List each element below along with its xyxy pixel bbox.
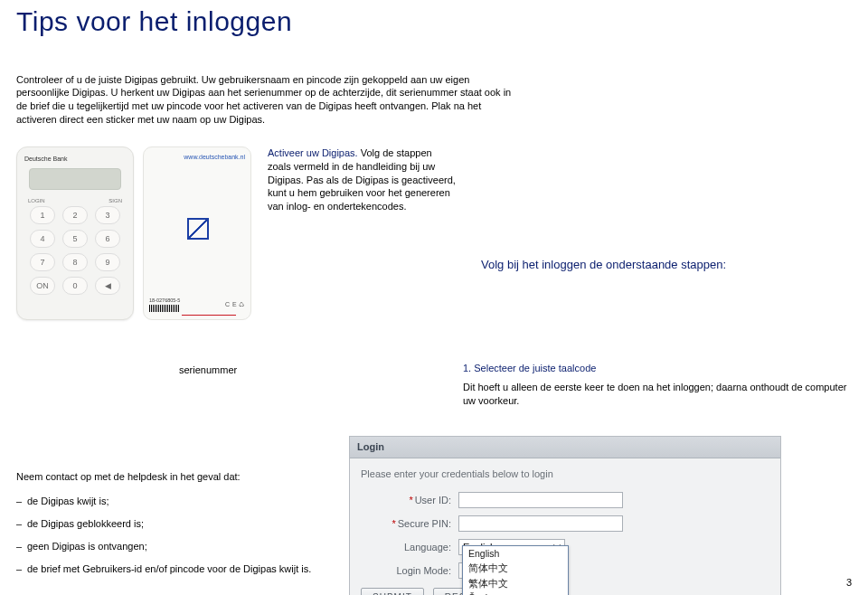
callout-line [182, 315, 236, 316]
intro-paragraph: Controleer of u de juiste Digipas gebrui… [16, 73, 523, 127]
digipas-brand: Deutsche Bank [24, 155, 126, 163]
language-option[interactable]: English [463, 546, 568, 561]
language-option[interactable]: 简体中文 [463, 561, 568, 575]
digipas-key: 7 [30, 253, 55, 271]
digipas-screen [29, 168, 121, 190]
serial-number-block: 18-0276805-5 [149, 298, 180, 311]
digipas-illustration: Deutsche Bank LOGINSIGN 1 2 3 4 5 6 7 8 … [16, 146, 251, 320]
digipas-key: 1 [30, 206, 55, 224]
submit-button[interactable]: SUBMIT [361, 588, 424, 595]
digipas-keypad: 1 2 3 4 5 6 7 8 9 ON 0 ◀ [24, 206, 126, 295]
helpdesk-item: geen Digipas is ontvangen; [16, 540, 324, 553]
language-dropdown-list[interactable]: English简体中文繁体中文ČeskyDeutschEnglishEspaño… [462, 545, 569, 595]
helpdesk-item: de Digipas geblokkeerd is; [16, 517, 324, 531]
language-option[interactable]: Česky [463, 590, 568, 595]
digipas-key: 6 [95, 230, 120, 248]
page-title: Tips voor het inloggen [16, 4, 852, 41]
barcode-icon [149, 305, 180, 312]
page-number: 3 [846, 576, 852, 590]
digipas-key: 8 [62, 253, 88, 271]
digipas-back: www.deutschebank.nl 18-0276805-5 C E ♺ [143, 146, 251, 320]
serial-number-text: 18-0276805-5 [149, 298, 180, 304]
user-id-label-text: User ID: [415, 495, 451, 505]
secure-pin-label-text: Secure PIN: [398, 518, 451, 529]
steps-heading: Volg bij het inloggen de onderstaande st… [481, 257, 852, 273]
intro-block: Controleer of u de juiste Digipas gebrui… [16, 73, 523, 127]
activate-text: Activeer uw Digipas. Volg de stappen zoa… [268, 146, 456, 213]
digipas-key: 0 [62, 277, 88, 295]
step1-body: Dit hoeft u alleen de eerste keer te doe… [463, 381, 852, 408]
user-id-label: *User ID: [361, 494, 458, 507]
serial-callout-label: serienummer [179, 362, 242, 377]
helpdesk-block: Neem contact op met de helpdesk in het g… [16, 436, 324, 595]
ce-mark: C E ♺ [225, 300, 245, 308]
activate-lead: Activeer uw Digipas. [268, 147, 358, 158]
login-mode-label: Login Mode: [361, 564, 458, 578]
digipas-key: 4 [30, 230, 55, 248]
language-label: Language: [361, 541, 458, 554]
step1-heading: 1. Selecteer de juiste taalcode [463, 362, 852, 375]
digipas-key: 9 [95, 253, 120, 271]
digipas-key-label-left: LOGIN [28, 197, 45, 204]
secure-pin-input[interactable] [458, 515, 623, 532]
digipas-key: 2 [62, 206, 88, 224]
user-id-input[interactable] [458, 492, 623, 508]
language-option[interactable]: 繁体中文 [463, 576, 568, 590]
helpdesk-item: de brief met Gebruikers-id en/of pincode… [16, 562, 324, 576]
db-logo-icon [187, 218, 209, 240]
activate-block: Activeer uw Digipas. Volg de stappen zoa… [268, 146, 456, 320]
login-panel-title: Login [350, 437, 780, 458]
digipas-key: 5 [62, 230, 88, 248]
digipas-key-label-right: SIGN [108, 197, 122, 204]
digipas-front: Deutsche Bank LOGINSIGN 1 2 3 4 5 6 7 8 … [16, 146, 134, 320]
login-panel: Login Please enter your credentials belo… [349, 436, 781, 595]
digipas-key: ON [30, 277, 55, 295]
digipas-key: ◀ [95, 277, 120, 295]
digipas-key: 3 [95, 206, 120, 224]
helpdesk-item: de Digipas kwijt is; [16, 495, 324, 508]
login-hint: Please enter your credentials below to l… [361, 468, 769, 481]
secure-pin-label: *Secure PIN: [361, 517, 458, 531]
helpdesk-intro: Neem contact op met de helpdesk in het g… [16, 470, 324, 484]
digipas-url: www.deutschebank.nl [184, 153, 245, 161]
